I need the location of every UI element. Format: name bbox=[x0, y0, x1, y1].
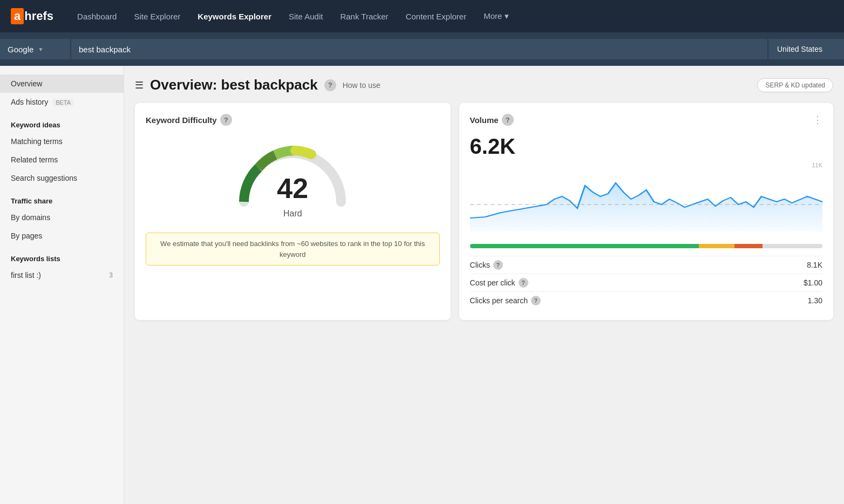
logo-hrefs: hrefs bbox=[24, 9, 53, 23]
traffic-share-title: Traffic share bbox=[0, 187, 124, 208]
logo[interactable]: a hrefs bbox=[11, 8, 53, 24]
hamburger-icon[interactable]: ☰ bbox=[135, 79, 144, 91]
gauge-container: 42 Hard bbox=[146, 134, 440, 224]
cpc-row: Cost per click ? $1.00 bbox=[470, 274, 822, 291]
kd-card-title: Keyword Difficulty ? bbox=[146, 114, 440, 126]
cpc-label: Cost per click bbox=[470, 278, 515, 287]
sidebar: Overview Ads history BETA Keyword ideas … bbox=[0, 66, 124, 504]
pb-noclick bbox=[734, 244, 763, 248]
volume-card-title: Volume ? bbox=[470, 114, 516, 126]
how-to-use-link[interactable]: How to use bbox=[343, 81, 380, 90]
kd-card: Keyword Difficulty ? bbox=[135, 103, 451, 320]
kd-tooltip: We estimate that you'll need backlinks f… bbox=[146, 233, 440, 265]
volume-header: Volume ? 6.2K ⋮ bbox=[470, 114, 822, 162]
kd-label: Hard bbox=[283, 209, 302, 219]
pb-paid bbox=[699, 244, 734, 248]
nav-dashboard[interactable]: Dashboard bbox=[70, 8, 124, 25]
volume-card: Volume ? 6.2K ⋮ 11K bbox=[459, 103, 833, 320]
keyword-ideas-title: Keyword ideas bbox=[0, 111, 124, 132]
country-label: United States bbox=[777, 45, 822, 53]
sidebar-item-by-domains[interactable]: By domains bbox=[0, 208, 124, 227]
content-area: ☰ Overview: best backpack ? How to use S… bbox=[124, 66, 844, 504]
logo-a: a bbox=[11, 8, 24, 24]
engine-label: Google bbox=[8, 45, 33, 54]
cps-row: Clicks per search ? 1.30 bbox=[470, 291, 822, 309]
clicks-row: Clicks ? 8.1K bbox=[470, 256, 822, 274]
sidebar-item-search-suggestions[interactable]: Search suggestions bbox=[0, 169, 124, 187]
country-selector[interactable]: United States bbox=[768, 39, 844, 59]
cps-help-button[interactable]: ? bbox=[531, 296, 541, 305]
sidebar-item-by-pages[interactable]: By pages bbox=[0, 227, 124, 245]
sidebar-item-overview[interactable]: Overview bbox=[0, 74, 124, 93]
sidebar-item-matching-terms[interactable]: Matching terms bbox=[0, 132, 124, 151]
keywords-lists-title: Keywords lists bbox=[0, 245, 124, 266]
volume-menu-button[interactable]: ⋮ bbox=[813, 114, 822, 126]
search-input-wrap bbox=[71, 39, 767, 59]
cps-value: 1.30 bbox=[808, 296, 822, 305]
sidebar-item-related-terms[interactable]: Related terms bbox=[0, 151, 124, 169]
sidebar-item-ads-history[interactable]: Ads history BETA bbox=[0, 93, 124, 111]
chart-max-label: 11K bbox=[470, 162, 822, 168]
volume-progress-bar bbox=[470, 244, 822, 248]
sidebar-item-first-list[interactable]: first list :) 3 bbox=[0, 266, 124, 284]
cpc-value: $1.00 bbox=[804, 278, 822, 287]
cpc-help-button[interactable]: ? bbox=[519, 278, 528, 288]
ads-history-badge: BETA bbox=[53, 99, 73, 106]
clicks-label: Clicks bbox=[470, 261, 490, 269]
engine-select[interactable]: Google ▼ bbox=[0, 39, 70, 59]
serp-kd-badge: SERP & KD updated bbox=[757, 78, 833, 92]
clicks-help-button[interactable]: ? bbox=[493, 260, 503, 270]
search-input[interactable] bbox=[79, 45, 760, 54]
nav-content-explorer[interactable]: Content Explorer bbox=[398, 8, 474, 25]
overview-title: Overview: best backpack bbox=[150, 77, 318, 93]
nav-site-explorer[interactable]: Site Explorer bbox=[126, 8, 188, 25]
nav-site-audit[interactable]: Site Audit bbox=[281, 8, 330, 25]
top-nav: a hrefs Dashboard Site Explorer Keywords… bbox=[0, 0, 844, 32]
main-layout: Overview Ads history BETA Keyword ideas … bbox=[0, 66, 844, 504]
engine-chevron-icon: ▼ bbox=[38, 46, 43, 52]
gauge-wrap: 42 bbox=[233, 140, 352, 205]
nav-items: Dashboard Site Explorer Keywords Explore… bbox=[70, 7, 833, 25]
volume-value: 6.2K bbox=[470, 134, 516, 159]
volume-chart-svg bbox=[470, 169, 822, 234]
volume-chart: 11K bbox=[470, 162, 822, 237]
nav-more[interactable]: More ▾ bbox=[476, 7, 516, 25]
nav-rank-tracker[interactable]: Rank Tracker bbox=[332, 8, 396, 25]
overview-header: ☰ Overview: best backpack ? How to use S… bbox=[135, 77, 833, 93]
search-bar: Google ▼ United States bbox=[0, 32, 844, 66]
cards-row: Keyword Difficulty ? bbox=[135, 103, 833, 320]
nav-keywords-explorer[interactable]: Keywords Explorer bbox=[190, 8, 279, 25]
kd-help-button[interactable]: ? bbox=[220, 114, 232, 126]
kd-score: 42 bbox=[277, 174, 308, 202]
clicks-value: 8.1K bbox=[807, 261, 822, 269]
pb-organic bbox=[470, 244, 699, 248]
cps-label: Clicks per search bbox=[470, 296, 528, 305]
overview-help-button[interactable]: ? bbox=[324, 79, 336, 91]
volume-help-button[interactable]: ? bbox=[502, 114, 514, 126]
pb-other bbox=[763, 244, 822, 248]
